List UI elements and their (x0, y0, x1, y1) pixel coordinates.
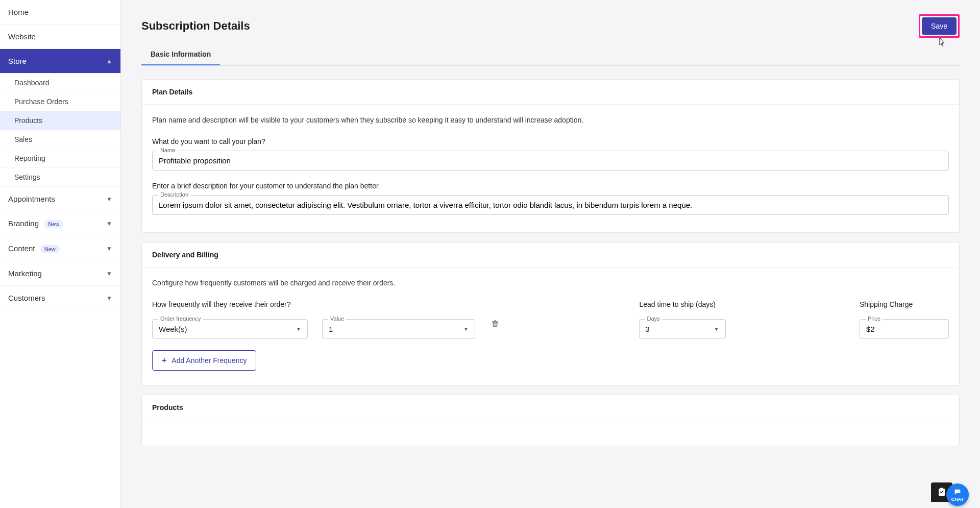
frequency-question: How frequently will they receive their o… (152, 300, 476, 308)
plan-name-label: Name (158, 147, 177, 153)
svg-rect-1 (495, 323, 496, 326)
chat-label: CHAT (951, 497, 964, 502)
sidebar-item-label: Home (8, 8, 29, 16)
sidebar-sub-dashboard[interactable]: Dashboard (0, 74, 120, 92)
sidebar-item-content[interactable]: Content New ▼ (0, 236, 120, 261)
products-header: Products (142, 395, 959, 420)
plan-details-header: Plan Details (142, 80, 959, 105)
sidebar-item-label: Marketing (8, 269, 42, 278)
sidebar-item-label: Branding New (8, 219, 63, 228)
trash-icon[interactable] (489, 316, 505, 334)
value-label: Value (328, 316, 346, 322)
plan-desc-question: Enter a brief description for your custo… (152, 182, 949, 190)
days-value: 3 (646, 325, 650, 333)
chevron-down-icon: ▼ (296, 326, 301, 332)
sidebar: Home Website Store ▲ Dashboard Purchase … (0, 0, 121, 508)
sidebar-item-store[interactable]: Store ▲ (0, 49, 120, 74)
sidebar-item-branding[interactable]: Branding New ▼ (0, 211, 120, 236)
tab-basic-information[interactable]: Basic Information (141, 44, 220, 65)
plan-name-question: What do you want to call your plan? (152, 137, 949, 146)
sidebar-item-label: Content New (8, 244, 60, 253)
chevron-up-icon: ▲ (106, 58, 112, 65)
add-frequency-button[interactable]: + Add Another Frequency (152, 350, 256, 371)
sidebar-sub-reporting[interactable]: Reporting (0, 149, 120, 168)
plus-icon: + (162, 356, 166, 365)
svg-rect-4 (940, 488, 943, 490)
sidebar-item-label: Website (8, 32, 36, 41)
main-content: Subscription Details Save Basic Informat… (121, 0, 980, 508)
sidebar-sub-label: Dashboard (14, 79, 50, 87)
chevron-down-icon: ▼ (714, 326, 719, 332)
order-frequency-label: Order frequency (158, 316, 203, 322)
sidebar-item-text: Content (8, 244, 35, 253)
sidebar-item-label: Store (8, 57, 27, 65)
save-highlight: Save (919, 14, 960, 38)
page-title: Subscription Details (141, 19, 250, 33)
days-select[interactable]: 3 ▼ (639, 319, 726, 339)
sidebar-sub-store: Dashboard Purchase Orders Products Sales… (0, 74, 120, 187)
sidebar-sub-label: Products (14, 116, 42, 125)
sidebar-sub-label: Sales (14, 135, 32, 143)
products-card: Products (141, 395, 960, 446)
delivery-intro: Configure how frequently customers will … (152, 279, 949, 287)
chat-widget: CHAT (931, 479, 969, 502)
svg-rect-0 (494, 323, 495, 326)
chevron-down-icon: ▼ (463, 326, 469, 332)
sidebar-sub-sales[interactable]: Sales (0, 130, 120, 149)
sidebar-item-customers[interactable]: Customers ▼ (0, 286, 120, 310)
clipboard-icon (937, 488, 946, 497)
sidebar-sub-products[interactable]: Products (0, 111, 120, 130)
plan-details-intro: Plan name and description will be visibl… (152, 116, 949, 124)
sidebar-sub-settings[interactable]: Settings (0, 168, 120, 187)
chevron-down-icon: ▼ (106, 220, 112, 227)
plan-name-field: Name (152, 151, 949, 171)
add-frequency-label: Add Another Frequency (172, 356, 247, 365)
sidebar-item-home[interactable]: Home (0, 0, 120, 25)
sidebar-item-appointments[interactable]: Appointments ▼ (0, 187, 120, 211)
sidebar-item-label: Customers (8, 294, 45, 302)
new-badge: New (44, 220, 63, 228)
chat-icon (953, 488, 962, 496)
sidebar-item-website[interactable]: Website (0, 25, 120, 49)
delivery-billing-card: Delivery and Billing Configure how frequ… (141, 242, 960, 385)
frequency-value-select[interactable]: 1 ▼ (322, 319, 475, 339)
sidebar-item-marketing[interactable]: Marketing ▼ (0, 261, 120, 286)
svg-rect-2 (496, 323, 497, 326)
plan-name-input[interactable] (152, 151, 949, 171)
order-frequency-value: Week(s) (159, 325, 187, 333)
sidebar-sub-label: Purchase Orders (14, 98, 68, 106)
plan-desc-input[interactable] (152, 195, 949, 215)
chevron-down-icon: ▼ (106, 196, 112, 203)
tabs: Basic Information (141, 44, 960, 66)
page-header: Subscription Details Save (141, 14, 960, 38)
order-frequency-select[interactable]: Week(s) ▼ (152, 319, 308, 339)
sidebar-sub-purchase-orders[interactable]: Purchase Orders (0, 92, 120, 111)
plan-desc-label: Description (158, 191, 190, 198)
sidebar-sub-label: Settings (14, 173, 40, 181)
plan-desc-field: Description (152, 195, 949, 215)
days-label: Days (645, 316, 662, 322)
frequency-value: 1 (329, 325, 333, 333)
sidebar-item-label: Appointments (8, 195, 55, 203)
shipping-charge-label: Shipping Charge (860, 300, 949, 308)
price-input[interactable] (860, 319, 949, 339)
delivery-header: Delivery and Billing (142, 243, 959, 268)
chat-bubble-button[interactable]: CHAT (946, 483, 969, 506)
save-button[interactable]: Save (922, 17, 957, 35)
cursor-icon (938, 37, 946, 47)
sidebar-sub-label: Reporting (14, 154, 45, 162)
chevron-down-icon: ▼ (106, 295, 112, 302)
new-badge: New (40, 245, 60, 253)
chevron-down-icon: ▼ (106, 270, 112, 277)
plan-details-card: Plan Details Plan name and description w… (141, 79, 960, 233)
sidebar-item-text: Branding (8, 219, 39, 228)
lead-time-label: Lead time to ship (days) (640, 300, 726, 308)
chevron-down-icon: ▼ (106, 245, 112, 252)
price-label: Price (866, 316, 883, 322)
